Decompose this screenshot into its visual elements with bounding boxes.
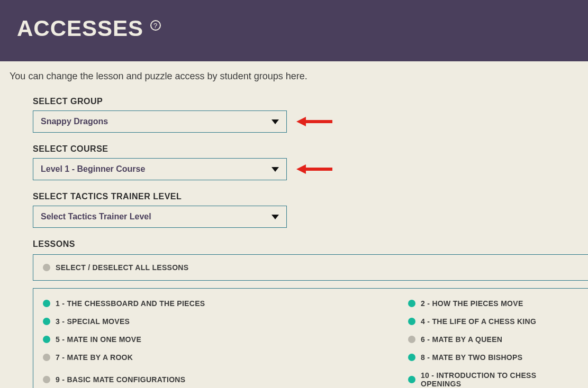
select-group-value: Snappy Dragons	[41, 117, 108, 126]
select-all-label: SELECT / DESELECT ALL LESSONS	[56, 263, 188, 272]
lesson-item[interactable]: 8 - MATE BY TWO BISHOPS	[408, 353, 578, 362]
lesson-label: 8 - MATE BY TWO BISHOPS	[421, 353, 522, 362]
select-course-value: Level 1 - Beginner Course	[41, 164, 145, 174]
toggle-dot-icon	[43, 264, 50, 271]
select-tactics-value: Select Tactics Trainer Level	[41, 212, 151, 221]
toggle-dot-icon	[43, 336, 50, 343]
page-title: ACCESSES	[17, 16, 143, 41]
select-tactics-dropdown[interactable]: Select Tactics Trainer Level	[33, 206, 287, 228]
lesson-item[interactable]: 7 - MATE BY A ROOK	[43, 353, 408, 362]
svg-marker-3	[296, 164, 306, 174]
toggle-dot-icon	[43, 376, 50, 383]
annotation-arrow-icon	[296, 116, 333, 127]
content-area: SELECT GROUP Snappy Dragons SELECT COURS…	[0, 87, 588, 388]
caret-down-icon	[272, 119, 279, 124]
select-course-block: SELECT COURSE Level 1 - Beginner Course	[33, 144, 588, 180]
intro-text: You can change the lesson and puzzle acc…	[0, 61, 588, 87]
toggle-dot-icon	[43, 354, 50, 361]
page-header: ACCESSES ?	[0, 0, 588, 61]
caret-down-icon	[272, 167, 279, 172]
lessons-heading: LESSONS	[33, 239, 588, 249]
lesson-item[interactable]: 3 - SPECIAL MOVES	[43, 317, 408, 326]
lesson-item[interactable]: 9 - BASIC MATE CONFIGURATIONS	[43, 371, 408, 388]
lesson-label: 4 - THE LIFE OF A CHESS KING	[421, 317, 536, 326]
lesson-item[interactable]: 6 - MATE BY A QUEEN	[408, 335, 578, 344]
select-course-dropdown[interactable]: Level 1 - Beginner Course	[33, 158, 287, 180]
toggle-dot-icon	[408, 376, 415, 383]
lesson-item[interactable]: 2 - HOW THE PIECES MOVE	[408, 299, 578, 308]
lesson-label: 6 - MATE BY A QUEEN	[421, 335, 502, 344]
select-tactics-label: SELECT TACTICS TRAINER LEVEL	[33, 192, 588, 201]
lesson-label: 5 - MATE IN ONE MOVE	[56, 335, 141, 344]
lesson-item[interactable]: 1 - THE CHESSBOARD AND THE PIECES	[43, 299, 408, 308]
lesson-label: 9 - BASIC MATE CONFIGURATIONS	[56, 375, 185, 384]
select-all-panel: SELECT / DESELECT ALL LESSONS	[33, 254, 588, 281]
select-group-dropdown[interactable]: Snappy Dragons	[33, 110, 287, 133]
toggle-dot-icon	[43, 318, 50, 325]
lesson-label: 2 - HOW THE PIECES MOVE	[421, 299, 523, 308]
lesson-item[interactable]: 5 - MATE IN ONE MOVE	[43, 335, 408, 344]
lesson-label: 1 - THE CHESSBOARD AND THE PIECES	[56, 299, 205, 308]
annotation-arrow-icon	[296, 163, 333, 175]
toggle-dot-icon	[43, 300, 50, 307]
select-group-label: SELECT GROUP	[33, 97, 588, 106]
select-tactics-block: SELECT TACTICS TRAINER LEVEL Select Tact…	[33, 192, 588, 228]
toggle-dot-icon	[408, 354, 415, 361]
caret-down-icon	[272, 215, 279, 219]
lessons-grid: 1 - THE CHESSBOARD AND THE PIECES2 - HOW…	[43, 299, 578, 388]
lesson-item[interactable]: 4 - THE LIFE OF A CHESS KING	[408, 317, 578, 326]
toggle-dot-icon	[408, 336, 415, 343]
select-group-block: SELECT GROUP Snappy Dragons	[33, 97, 588, 133]
lesson-label: 3 - SPECIAL MOVES	[56, 317, 130, 326]
svg-marker-1	[296, 117, 306, 126]
select-all-toggle[interactable]: SELECT / DESELECT ALL LESSONS	[43, 262, 578, 273]
lesson-item[interactable]: 10 - INTRODUCTION TO CHESS OPENINGS	[408, 371, 578, 388]
select-course-label: SELECT COURSE	[33, 144, 588, 154]
toggle-dot-icon	[408, 300, 415, 307]
lessons-panel: 1 - THE CHESSBOARD AND THE PIECES2 - HOW…	[33, 288, 588, 388]
toggle-dot-icon	[408, 318, 415, 325]
help-icon[interactable]: ?	[150, 20, 161, 31]
lesson-label: 7 - MATE BY A ROOK	[56, 353, 133, 362]
lesson-label: 10 - INTRODUCTION TO CHESS OPENINGS	[421, 371, 578, 388]
